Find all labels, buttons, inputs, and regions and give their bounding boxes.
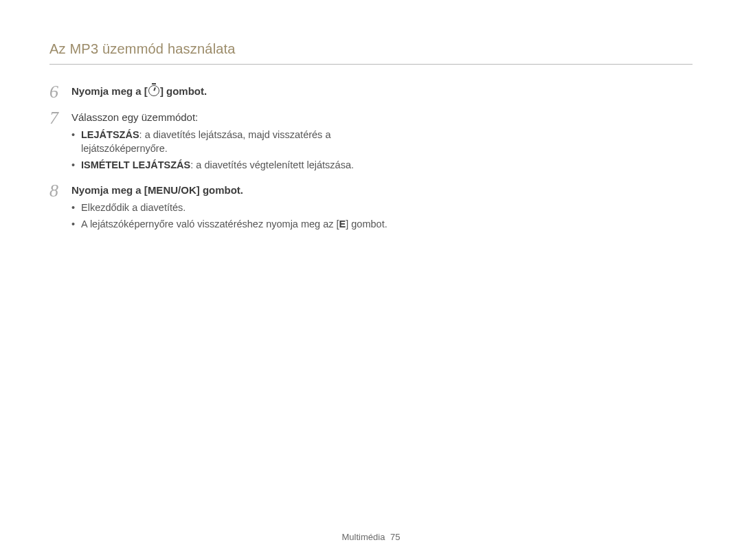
note-post: ] gombot. [346,219,387,229]
timer-icon [148,85,159,96]
footer-section: Multimédia [342,532,385,542]
list-item: ISMÉTELT LEJÁTSZÁS: a diavetítés végtele… [71,158,393,172]
page-title: Az MP3 üzemmód használata [49,41,693,65]
step-body: Nyomja meg a [MENU/OK] gombot. Elkezdődi… [71,183,393,238]
step-text-part: Nyomja meg a [ [71,184,148,196]
step-text-post: ] gombot. [160,85,207,97]
bullet-list: Elkezdődik a diavetítés. A lejátszóképer… [71,201,393,231]
step-text: Nyomja meg a [MENU/OK] gombot. [71,183,393,198]
list-item: LEJÁTSZÁS: a diavetítés lejátszása, majd… [71,128,393,155]
step-number: 6 [49,84,71,100]
step-body: Válasszon egy üzemmódot: LEJÁTSZÁS: a di… [71,110,393,179]
list-item: A lejátszóképernyőre való visszatéréshez… [71,217,393,231]
option-name: LEJÁTSZÁS [81,129,139,140]
button-label: E [339,219,346,229]
step-6: 6 Nyomja meg a [] gombot. [49,84,393,100]
step-text: Válasszon egy üzemmódot: [71,110,393,125]
content-column: 6 Nyomja meg a [] gombot. 7 Válasszon eg… [49,84,393,238]
step-7: 7 Válasszon egy üzemmódot: LEJÁTSZÁS: a … [49,110,393,179]
step-8: 8 Nyomja meg a [MENU/OK] gombot. Elkezdő… [49,183,393,238]
bullet-list: LEJÁTSZÁS: a diavetítés lejátszása, majd… [71,128,393,172]
option-desc: : a diavetítés végtelenített lejátszása. [190,159,354,170]
step-number: 8 [49,183,71,199]
step-text-part: ] gombot. [196,184,243,196]
manual-page: Az MP3 üzemmód használata 6 Nyomja meg a… [0,0,742,560]
page-number: 75 [390,532,400,542]
option-name: ISMÉTELT LEJÁTSZÁS [81,159,190,170]
step-body: Nyomja meg a [] gombot. [71,84,393,99]
step-text-pre: Nyomja meg a [ [71,85,148,97]
note-pre: A lejátszóképernyőre való visszatéréshez… [81,219,339,229]
step-number: 7 [49,110,71,126]
page-footer: Multimédia 75 [0,532,742,542]
list-item: Elkezdődik a diavetítés. [71,201,393,214]
step-text: Nyomja meg a [] gombot. [71,85,207,97]
button-label: MENU/OK [148,184,196,196]
